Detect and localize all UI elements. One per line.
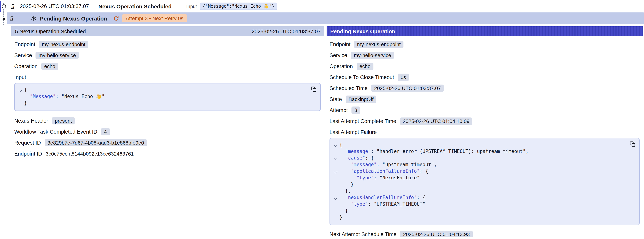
endpoint-id-link[interactable]: 3c0c75ccfa8144b092c13ce632463761 xyxy=(46,150,134,156)
input-label: Input xyxy=(186,4,197,9)
field-value-chip: my-nexus-endpoint xyxy=(39,40,88,48)
code-gutter xyxy=(16,93,24,100)
pending-asterisk-icon xyxy=(31,15,36,21)
code-gutter xyxy=(331,174,340,181)
field-label: Operation xyxy=(330,63,353,69)
failure-section-label: Last Attempt Failure xyxy=(330,129,640,135)
pending-id-link[interactable]: 5 xyxy=(10,15,13,21)
field-label: Attempt xyxy=(330,107,348,113)
field-label: Endpoint ID xyxy=(14,150,42,156)
code-line: "Message": "Nexus Echo 👋" xyxy=(16,93,306,100)
field-label: Workflow Task Completed Event ID xyxy=(14,129,97,134)
code-text: "cause": { xyxy=(340,155,374,162)
field-endpoint: Endpoint my-nexus-endpoint xyxy=(14,40,321,48)
input-preview-chip: {"Message":"Nexus Echo 👋"} xyxy=(200,2,277,10)
field-operation: Operation echo xyxy=(330,62,640,70)
copy-icon[interactable] xyxy=(311,86,317,92)
pending-row-title: Pending Nexus Operation xyxy=(40,15,107,22)
event-row-nexus-operation-scheduled[interactable]: 5 2025-02-26 UTC 01:03:37.07 Nexus Opera… xyxy=(9,0,644,12)
field-service: Service my-hello-service xyxy=(14,51,321,59)
code-text: } xyxy=(340,181,354,188)
field-value-chip: 4 xyxy=(101,128,110,135)
code-text: "type": "NexusFailure" xyxy=(340,174,420,181)
code-line: { xyxy=(16,87,306,93)
field-operation: Operation echo xyxy=(14,62,321,70)
event-panel-header: 5 Nexus Operation Scheduled 2025-02-26 U… xyxy=(11,26,324,36)
code-text: "nexusHandlerFailureInfo": { xyxy=(340,194,426,201)
event-panel-body: Endpoint my-nexus-endpoint Service my-he… xyxy=(11,36,324,164)
field-label: Service xyxy=(14,52,32,58)
code-text: "message": "upstream timeout", xyxy=(340,162,437,168)
code-text: "message": "handler error (UPSTREAM_TIME… xyxy=(340,148,528,155)
field-state: State BackingOff xyxy=(330,95,640,103)
timeline-dot-icon xyxy=(2,18,5,20)
code-text: "type": "UPSTREAM_TIMEOUT" xyxy=(340,201,426,208)
field-request-id: Request ID 3e829b7e-7d67-4b08-aad3-b1e86… xyxy=(14,139,321,146)
field-value-chip: my-hello-service xyxy=(351,52,394,59)
input-json-block: { "Message": "Nexus Echo 👋"} xyxy=(14,83,321,111)
pending-panel-header: Pending Nexus Operation xyxy=(326,26,643,36)
attempt-retry-badge: Attempt 3 • Next Retry 0s xyxy=(122,14,187,22)
field-label: State xyxy=(330,96,342,102)
code-text: } xyxy=(340,208,348,214)
timeline-accent-bar xyxy=(0,1,1,12)
field-scheduled-time: Scheduled Time 2025-02-26 UTC 01:03:37.0… xyxy=(330,84,640,92)
code-text: } xyxy=(340,214,342,221)
field-value-chip: echo xyxy=(356,62,374,70)
field-attempt: Attempt 3 xyxy=(330,106,640,114)
input-section-label: Input xyxy=(14,74,321,80)
code-line: } xyxy=(331,208,624,214)
collapse-chevron-icon[interactable] xyxy=(331,194,340,201)
collapse-chevron-icon[interactable] xyxy=(331,142,340,148)
code-line: } xyxy=(331,181,624,188)
code-line: "type": "NexusFailure" xyxy=(331,174,624,181)
pending-nexus-operation-row[interactable]: 5 Pending Nexus Operation Attempt 3 • Ne… xyxy=(6,12,644,24)
field-nexus-header: Nexus Header present xyxy=(14,117,321,124)
retry-refresh-icon xyxy=(114,16,119,21)
pending-operation-panel: Pending Nexus Operation Endpoint my-nexu… xyxy=(326,26,643,237)
field-label: Endpoint xyxy=(330,41,350,47)
code-text: }, xyxy=(340,188,351,194)
collapse-chevron-icon[interactable] xyxy=(331,155,340,162)
field-value-chip: 2025-02-26 UTC 01:04:10.09 xyxy=(400,117,472,124)
field-value-chip: my-nexus-endpoint xyxy=(354,40,404,48)
event-id-link[interactable]: 5 xyxy=(11,3,14,9)
field-service: Service my-hello-service xyxy=(330,51,640,59)
code-line: "message": "upstream timeout", xyxy=(331,162,624,168)
collapse-chevron-icon[interactable] xyxy=(331,168,340,174)
detail-panels: 5 Nexus Operation Scheduled 2025-02-26 U… xyxy=(11,26,643,237)
code-line: "message": "handler error (UPSTREAM_TIME… xyxy=(331,148,624,155)
copy-icon[interactable] xyxy=(630,141,636,147)
field-value-chip: BackingOff xyxy=(346,95,376,103)
code-line: "applicationFailureInfo": { xyxy=(331,168,624,174)
field-label: Operation xyxy=(14,63,38,69)
code-gutter xyxy=(331,181,340,188)
code-gutter xyxy=(331,162,340,168)
field-value-chip: 2025-02-26 UTC 01:04:13.93 xyxy=(400,230,473,237)
field-label: Endpoint xyxy=(14,41,35,47)
field-value-chip: 3e829b7e-7d67-4b08-aad3-b1e868bfe9e0 xyxy=(44,139,147,146)
failure-json-block: { "message": "handler error (UPSTREAM_TI… xyxy=(330,138,640,225)
field-last-attempt-complete-time: Last Attempt Complete Time 2025-02-26 UT… xyxy=(330,117,640,125)
code-line: { xyxy=(331,142,624,148)
collapse-chevron-icon[interactable] xyxy=(16,87,24,93)
field-label: Last Attempt Complete Time xyxy=(330,118,396,124)
code-text: "Message": "Nexus Echo 👋" xyxy=(24,93,104,100)
field-value-chip: 3 xyxy=(352,106,360,114)
field-value-chip: present xyxy=(52,117,75,124)
workflow-event-history-view: 5 2025-02-26 UTC 01:03:37.07 Nexus Opera… xyxy=(0,0,644,239)
field-label: Service xyxy=(330,52,347,58)
timeline-gutter xyxy=(0,0,9,28)
code-gutter xyxy=(331,148,340,155)
code-line: "type": "UPSTREAM_TIMEOUT" xyxy=(331,201,624,208)
pending-panel-body: Endpoint my-nexus-endpoint Service my-he… xyxy=(326,36,643,237)
field-label: Next Attempt Schedule Time xyxy=(330,231,396,237)
event-rows: 5 2025-02-26 UTC 01:03:37.07 Nexus Opera… xyxy=(0,0,644,24)
event-panel-timestamp: 2025-02-26 UTC 01:03:37.07 xyxy=(252,28,321,34)
event-timestamp: 2025-02-26 UTC 01:03:37.07 xyxy=(20,3,89,9)
field-value-chip: my-hello-service xyxy=(36,52,79,59)
event-title: Nexus Operation Scheduled xyxy=(98,3,172,9)
field-endpoint-id: Endpoint ID 3c0c75ccfa8144b092c13ce63246… xyxy=(14,150,321,158)
code-text: } xyxy=(24,100,27,106)
code-line: }, xyxy=(331,188,624,194)
